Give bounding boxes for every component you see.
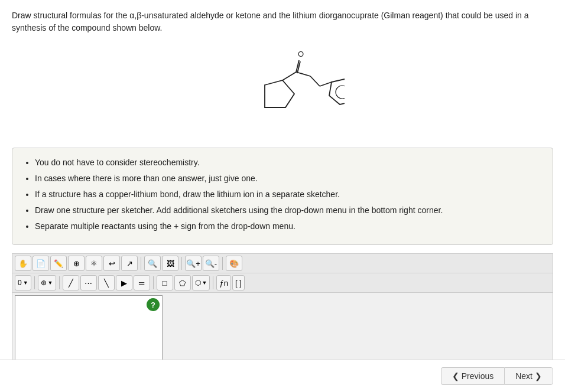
bracket-tool[interactable]: [ ] xyxy=(232,275,245,290)
palette-tool[interactable]: 🎨 xyxy=(226,256,242,271)
note-item: Separate multiple reactants using the + … xyxy=(35,220,542,233)
straight-arrow-tool[interactable]: ↗ xyxy=(121,256,138,271)
next-icon: ❯ xyxy=(535,371,542,381)
separator7 xyxy=(213,276,213,289)
hand-tool[interactable]: ✋ xyxy=(15,256,31,271)
rectangle-tool[interactable]: □ xyxy=(157,275,173,290)
pagination: ❮ Previous Next ❯ xyxy=(0,360,565,392)
atom-num-dropdown[interactable]: 0 ▼ xyxy=(15,275,31,290)
page-container: Draw structural formulas for the α,β-uns… xyxy=(0,0,565,392)
molecule-svg: O xyxy=(220,44,345,138)
svg-line-6 xyxy=(310,76,320,86)
svg-line-1 xyxy=(282,72,296,80)
note-item: In cases where there is more than one an… xyxy=(35,172,542,185)
hexagon-dropdown[interactable]: ⬡ ▼ xyxy=(192,275,210,290)
wedge-tool[interactable]: ▶ xyxy=(116,275,132,290)
search-tool[interactable]: 🔍 xyxy=(144,256,161,271)
curved-arrow-tool[interactable]: ↩ xyxy=(103,256,120,271)
notes-list: You do not have to consider stereochemis… xyxy=(23,156,542,233)
zoom-out-tool[interactable]: 🔍- xyxy=(203,256,219,271)
prev-icon: ❮ xyxy=(452,371,459,381)
previous-button[interactable]: ❮ Previous xyxy=(441,367,504,385)
note-item: You do not have to consider stereochemis… xyxy=(35,156,542,169)
svg-text:O: O xyxy=(298,50,304,58)
separator2 xyxy=(181,257,182,270)
dash-tool[interactable]: ⋯ xyxy=(80,275,97,290)
toolbar-row2: 0 ▼ ⊕ ▼ ╱ ⋯ ╲ ▶ ═ □ ⬠ ⬡ ▼ ƒn [ ] xyxy=(12,273,553,293)
compound-image: O xyxy=(12,44,553,138)
note-item: Draw one structure per sketcher. Add add… xyxy=(35,204,542,217)
svg-point-9 xyxy=(336,86,345,99)
previous-label: Previous xyxy=(462,371,493,381)
line-tool[interactable]: ╱ xyxy=(63,275,79,290)
double-bond-tool[interactable]: ═ xyxy=(134,275,150,290)
image-tool[interactable]: 🖼 xyxy=(162,256,178,271)
zoom-in-tool[interactable]: 🔍+ xyxy=(185,256,202,271)
help-button[interactable]: ? xyxy=(147,298,160,311)
svg-marker-0 xyxy=(265,80,294,107)
bold-bond-tool[interactable]: ╲ xyxy=(98,275,115,290)
question-text: Draw structural formulas for the α,β-uns… xyxy=(12,9,553,34)
svg-line-7 xyxy=(320,82,332,86)
separator5 xyxy=(59,276,60,289)
pencil-tool[interactable]: ✏️ xyxy=(50,256,67,271)
function-tool[interactable]: ƒn xyxy=(216,275,230,290)
separator6 xyxy=(153,276,154,289)
plus-dropdown[interactable]: ⊕ ▼ xyxy=(38,275,56,290)
next-label: Next xyxy=(515,371,532,381)
atom-tool[interactable]: ⚛ xyxy=(86,256,102,271)
ring-tool[interactable]: ⊕ xyxy=(68,256,85,271)
question-content: Draw structural formulas for the α,β-uns… xyxy=(12,11,529,32)
next-button[interactable]: Next ❯ xyxy=(504,367,553,385)
toolbar-row1: ✋ 📄 ✏️ ⊕ ⚛ ↩ ↗ 🔍 🖼 🔍+ 🔍- 🎨 xyxy=(12,254,553,273)
notes-box: You do not have to consider stereochemis… xyxy=(12,148,553,245)
pentagon-tool[interactable]: ⬠ xyxy=(174,275,191,290)
svg-line-2 xyxy=(296,72,310,76)
separator4 xyxy=(34,276,35,289)
svg-marker-8 xyxy=(329,79,345,104)
note-item: If a structure has a copper-lithium bond… xyxy=(35,188,542,201)
separator1 xyxy=(141,257,141,270)
document-tool[interactable]: 📄 xyxy=(33,256,49,271)
separator3 xyxy=(222,257,223,270)
